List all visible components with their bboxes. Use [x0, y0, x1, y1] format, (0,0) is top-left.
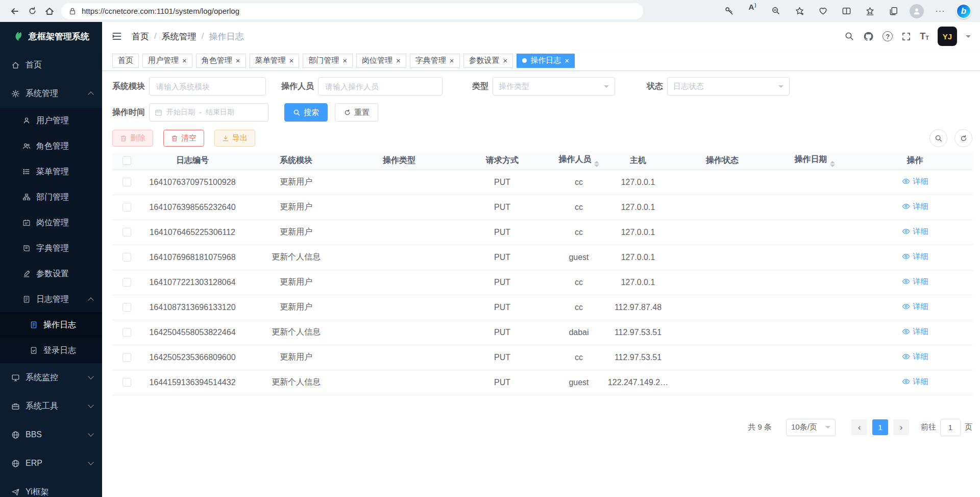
github-icon[interactable] [863, 31, 874, 42]
col-date[interactable]: 操作日期 [772, 152, 857, 170]
row-checkbox[interactable] [122, 228, 131, 236]
clear-button[interactable]: 清空 [163, 130, 204, 147]
table-row[interactable]: 1641077221303128064 更新用户 PUT cc 127.0.0.… [112, 270, 972, 295]
settings-more-icon[interactable]: ··· [930, 3, 950, 20]
table-row[interactable]: 1641076968181075968 更新个人信息 PUT guest 127… [112, 245, 972, 270]
reset-button[interactable]: 重置 [335, 103, 378, 122]
row-checkbox[interactable] [122, 253, 131, 262]
profile-avatar-icon[interactable] [906, 3, 927, 20]
chevron-down-icon[interactable] [966, 35, 971, 40]
detail-link[interactable]: 详细 [902, 202, 928, 211]
operator-input[interactable] [318, 77, 443, 96]
tab-depts[interactable]: 部门管理× [303, 54, 353, 68]
sidebar-item-depts[interactable]: 部门管理 [0, 184, 102, 210]
user-avatar[interactable]: YJ [938, 27, 957, 46]
export-button[interactable]: 导出 [214, 130, 255, 147]
app-logo[interactable]: 意框架管理系统 [0, 22, 102, 51]
sidebar-item-roles[interactable]: 角色管理 [0, 133, 102, 159]
detail-link[interactable]: 详细 [902, 227, 928, 236]
tab-home[interactable]: 首页 [112, 54, 139, 68]
delete-button[interactable]: 删除 [112, 130, 153, 147]
col-operator[interactable]: 操作人员 [554, 152, 603, 170]
fullscreen-icon[interactable] [901, 32, 911, 41]
row-checkbox[interactable] [122, 303, 131, 312]
module-input[interactable] [149, 77, 266, 96]
table-row[interactable]: 1642504558053822464 更新个人信息 PUT dabai 112… [112, 320, 972, 345]
sidebar-item-tools[interactable]: 系统工具 [0, 392, 102, 420]
sidebar-item-params[interactable]: 参数设置 [0, 261, 102, 287]
detail-link[interactable]: 详细 [902, 302, 928, 312]
close-icon[interactable]: × [342, 57, 347, 64]
row-checkbox[interactable] [122, 378, 131, 387]
tab-operlog[interactable]: 操作日志× [517, 54, 575, 68]
detail-link[interactable]: 详细 [902, 277, 928, 287]
tab-users[interactable]: 用户管理× [142, 54, 192, 68]
zoom-out-icon[interactable] [766, 3, 786, 20]
read-aloud-icon[interactable]: A) [742, 3, 763, 20]
end-date[interactable]: 结束日期 [206, 108, 234, 117]
collections-icon[interactable] [883, 3, 903, 20]
tab-params[interactable]: 参数设置× [463, 54, 513, 68]
back-icon[interactable] [6, 3, 23, 20]
favorites-add-icon[interactable] [789, 3, 810, 20]
table-row[interactable]: 1641076465225306112 更新用户 PUT cc 127.0.0.… [112, 220, 972, 245]
page-number-1[interactable]: 1 [872, 419, 888, 435]
browser-essentials-icon[interactable] [813, 3, 833, 20]
sort-icons[interactable] [830, 161, 835, 167]
close-icon[interactable]: × [236, 57, 240, 64]
detail-link[interactable]: 详细 [902, 352, 928, 362]
date-range-picker[interactable]: 开始日期 - 结束日期 [149, 103, 268, 122]
bing-icon[interactable]: b [953, 3, 974, 20]
password-key-icon[interactable] [719, 3, 739, 20]
sidebar-item-posts[interactable]: 岗位管理 [0, 210, 102, 235]
row-checkbox[interactable] [122, 178, 131, 186]
sidebar-item-operlog[interactable]: 操作日志 [0, 312, 102, 338]
detail-link[interactable]: 详细 [902, 377, 928, 387]
goto-page-input[interactable] [940, 419, 961, 436]
sidebar-item-erp[interactable]: ERP [0, 449, 102, 478]
prev-page-button[interactable]: ‹ [851, 419, 867, 435]
tab-posts[interactable]: 岗位管理× [356, 54, 406, 68]
refresh-table-button[interactable] [954, 129, 972, 147]
show-search-button[interactable] [929, 129, 947, 147]
detail-link[interactable]: 详细 [902, 327, 928, 337]
detail-link[interactable]: 详细 [902, 252, 928, 262]
hamburger-icon[interactable] [111, 31, 122, 42]
detail-link[interactable]: 详细 [902, 177, 928, 186]
search-icon[interactable] [844, 31, 854, 41]
sidebar-item-log-mgmt[interactable]: 日志管理 [0, 287, 102, 312]
row-checkbox[interactable] [122, 278, 131, 287]
home-icon[interactable] [41, 3, 58, 20]
breadcrumb-home[interactable]: 首页 [132, 31, 149, 42]
split-screen-icon[interactable] [836, 3, 856, 20]
sidebar-item-yiframe[interactable]: Yi框架 [0, 478, 102, 497]
sidebar-item-system[interactable]: 系统管理 [0, 79, 102, 108]
row-checkbox[interactable] [122, 203, 131, 211]
help-icon[interactable]: ? [883, 31, 893, 41]
tab-menus[interactable]: 菜单管理× [250, 54, 300, 68]
sidebar-item-home[interactable]: 首页 [0, 51, 102, 79]
sidebar-item-users[interactable]: 用户管理 [0, 108, 102, 133]
search-button[interactable]: 搜索 [284, 103, 328, 122]
close-icon[interactable]: × [503, 57, 508, 64]
page-size-select[interactable]: 10条/页 [786, 419, 836, 436]
close-icon[interactable]: × [396, 57, 401, 64]
sidebar-item-loginlog[interactable]: 登录日志 [0, 338, 102, 363]
tab-dicts[interactable]: 字典管理× [410, 54, 460, 68]
table-row[interactable]: 1641087313696133120 更新用户 PUT cc 112.97.8… [112, 295, 972, 320]
close-icon[interactable]: × [182, 57, 187, 64]
start-date[interactable]: 开始日期 [166, 108, 195, 117]
sort-icons[interactable] [594, 161, 599, 167]
refresh-icon[interactable] [23, 3, 41, 20]
table-row[interactable]: 1641076398565232640 更新用户 PUT cc 127.0.0.… [112, 195, 972, 220]
address-bar[interactable]: https://ccnetcore.com:1101/system/log/op… [61, 3, 643, 19]
sidebar-item-dicts[interactable]: 字典管理 [0, 235, 102, 261]
font-size-icon[interactable]: TT [920, 32, 929, 41]
type-select[interactable]: 操作类型 [493, 77, 615, 96]
next-page-button[interactable]: › [893, 419, 909, 435]
sidebar-item-bbs[interactable]: BBS [0, 420, 102, 449]
table-row[interactable]: 1642505235366809600 更新用户 PUT cc 112.97.5… [112, 345, 972, 370]
status-select[interactable]: 日志状态 [667, 77, 790, 96]
sidebar-item-monitor[interactable]: 系统监控 [0, 363, 102, 392]
row-checkbox[interactable] [122, 328, 131, 337]
